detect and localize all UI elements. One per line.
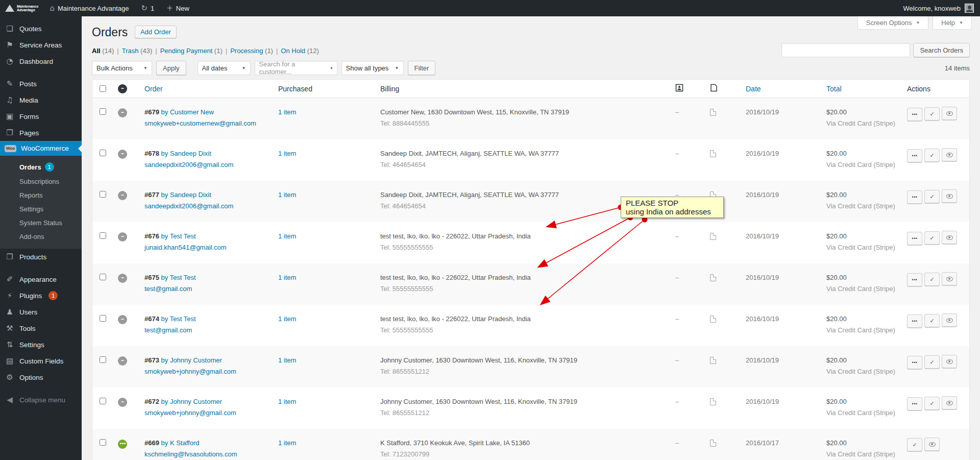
sidebar-subitem-subscriptions[interactable]: Subscriptions xyxy=(0,175,82,188)
processing-order-button[interactable]: ••• xyxy=(907,273,922,286)
customer-email-link[interactable]: junaid.khan541@gmail.com xyxy=(144,244,227,251)
view-order-button[interactable] xyxy=(942,148,957,161)
row-checkbox[interactable] xyxy=(100,356,106,363)
welcome-user[interactable]: Welcome, knoxweb xyxy=(903,5,961,12)
row-checkbox[interactable] xyxy=(100,274,106,280)
customer-email-link[interactable]: test@gmail.com xyxy=(144,326,192,334)
sidebar-item-options[interactable]: ⚙Options xyxy=(0,369,82,385)
sidebar-item-dashboard[interactable]: ◔Dashboard xyxy=(0,53,82,69)
sidebar-item-service-areas[interactable]: ⚑Service Areas xyxy=(0,37,82,53)
sidebar-item-users[interactable]: ♟Users xyxy=(0,304,82,320)
order-link[interactable]: #672 by Johnny Customer xyxy=(144,398,222,405)
sidebar-subitem-settings[interactable]: Settings xyxy=(0,202,82,216)
sidebar-subitem-reports[interactable]: Reports xyxy=(0,188,82,202)
customer-email-link[interactable]: kschmeling@fvsasolutions.com xyxy=(144,450,237,458)
sidebar-item-appearance[interactable]: ✐Appearance xyxy=(0,271,82,287)
view-order-button[interactable] xyxy=(942,355,957,368)
purchased-items-link[interactable]: 1 item xyxy=(278,439,296,447)
customer-search-select[interactable]: Search for a customer... ▾ xyxy=(255,61,337,75)
site-logo[interactable]: MaintenanceAdvantage xyxy=(0,0,43,16)
adminbar-new[interactable]: + New xyxy=(160,0,195,16)
order-link[interactable]: #676 by Test Test xyxy=(144,232,196,240)
processing-order-button[interactable]: ••• xyxy=(907,314,922,328)
order-link[interactable]: #673 by Johnny Customer xyxy=(144,356,222,364)
customer-email-link[interactable]: sandeepdixit2006@gmail.com xyxy=(144,202,233,210)
customer-email-link[interactable]: smokyweb+johnny@gmail.com xyxy=(144,409,236,417)
total-column-header[interactable]: Total xyxy=(821,80,902,98)
sidebar-item-custom-fields[interactable]: ▤Custom Fields xyxy=(0,353,82,369)
order-column-header[interactable]: Order xyxy=(139,80,273,98)
sidebar-item-products[interactable]: ❒Products xyxy=(0,249,82,265)
complete-order-button[interactable]: ✓ xyxy=(907,438,922,451)
select-all-checkbox[interactable] xyxy=(100,85,106,92)
purchased-items-link[interactable]: 1 item xyxy=(278,274,296,281)
sidebar-subitem-system-status[interactable]: System Status xyxy=(0,216,82,230)
filter-view-processing[interactable]: Processing xyxy=(230,47,263,55)
row-checkbox[interactable] xyxy=(100,150,106,156)
view-order-button[interactable] xyxy=(942,396,957,409)
order-link[interactable]: #675 by Test Test xyxy=(144,274,196,281)
status-column-header[interactable]: – xyxy=(113,80,139,98)
adminbar-updates[interactable]: ↻ 1 xyxy=(135,0,160,16)
complete-order-button[interactable]: ✓ xyxy=(924,314,940,327)
processing-order-button[interactable]: ••• xyxy=(907,149,922,162)
view-order-button[interactable] xyxy=(942,313,957,327)
sidebar-item-pages[interactable]: ❐Pages xyxy=(0,125,82,141)
processing-order-button[interactable]: ••• xyxy=(907,356,922,369)
order-note-icon[interactable] xyxy=(710,191,716,199)
purchased-items-link[interactable]: 1 item xyxy=(278,356,296,364)
filter-view-pending-payment[interactable]: Pending Payment xyxy=(160,47,213,55)
row-checkbox[interactable] xyxy=(100,398,106,404)
sidebar-item-posts[interactable]: ✎Posts xyxy=(0,76,82,92)
purchased-items-link[interactable]: 1 item xyxy=(278,232,296,240)
row-checkbox[interactable] xyxy=(100,315,106,322)
order-note-icon[interactable] xyxy=(710,398,716,405)
bulk-actions-select[interactable]: Bulk Actions ▼ xyxy=(92,61,152,75)
purchased-items-link[interactable]: 1 item xyxy=(278,108,296,116)
filter-button[interactable]: Filter xyxy=(408,61,436,75)
sidebar-item-quotes[interactable]: ❏Quotes xyxy=(0,20,82,37)
order-note-icon[interactable] xyxy=(710,274,716,281)
view-order-button[interactable] xyxy=(942,107,957,120)
customer-email-link[interactable]: sandeepdixit2006@gmail.com xyxy=(144,161,233,168)
view-order-button[interactable] xyxy=(942,231,957,244)
add-order-button[interactable]: Add Order xyxy=(135,26,177,38)
sidebar-item-media[interactable]: ♫Media xyxy=(0,92,82,108)
customer-email-link[interactable]: smokyweb+johnny@gmail.com xyxy=(144,368,236,375)
complete-order-button[interactable]: ✓ xyxy=(924,397,940,410)
sidebar-item-tools[interactable]: ⚒Tools xyxy=(0,320,82,336)
sidebar-item-forms[interactable]: ▣Forms xyxy=(0,108,82,125)
order-note-icon[interactable] xyxy=(710,316,716,323)
filter-view-all[interactable]: All xyxy=(92,47,101,55)
complete-order-button[interactable]: ✓ xyxy=(924,355,940,369)
customer-email-link[interactable]: smokyweb+customernew@gmail.com xyxy=(144,119,256,127)
processing-order-button[interactable]: ••• xyxy=(907,190,922,204)
view-order-button[interactable] xyxy=(942,272,957,285)
complete-order-button[interactable]: ✓ xyxy=(924,149,940,162)
date-column-header[interactable]: Date xyxy=(741,80,821,98)
purchased-items-link[interactable]: 1 item xyxy=(278,191,296,199)
purchased-items-link[interactable]: 1 item xyxy=(278,150,296,157)
customer-email-link[interactable]: test@gmail.com xyxy=(144,285,192,293)
search-orders-input[interactable] xyxy=(781,43,910,57)
apply-button[interactable]: Apply xyxy=(156,61,186,75)
order-link[interactable]: #678 by Sandeep Dixit xyxy=(144,150,211,157)
order-note-icon[interactable] xyxy=(710,357,716,364)
order-note-icon[interactable] xyxy=(710,109,716,116)
avatar[interactable] xyxy=(965,4,974,13)
sidebar-item-woocommerce[interactable]: WooWooCommerce xyxy=(0,141,82,156)
filter-view-on-hold[interactable]: On Hold xyxy=(281,47,305,55)
order-note-icon[interactable] xyxy=(710,233,716,240)
complete-order-button[interactable]: ✓ xyxy=(924,190,940,203)
purchased-items-link[interactable]: 1 item xyxy=(278,398,296,405)
complete-order-button[interactable]: ✓ xyxy=(924,273,940,286)
order-type-select[interactable]: Show all types ▼ xyxy=(341,61,404,75)
sidebar-item-plugins[interactable]: ⚡Plugins1 xyxy=(0,287,82,304)
sidebar-subitem-add-ons[interactable]: Add-ons xyxy=(0,230,82,244)
complete-order-button[interactable]: ✓ xyxy=(924,107,940,120)
processing-order-button[interactable]: ••• xyxy=(907,108,922,121)
order-note-icon[interactable] xyxy=(710,440,716,447)
row-checkbox[interactable] xyxy=(100,191,106,198)
purchased-items-link[interactable]: 1 item xyxy=(278,315,296,323)
view-order-button[interactable] xyxy=(942,189,957,203)
